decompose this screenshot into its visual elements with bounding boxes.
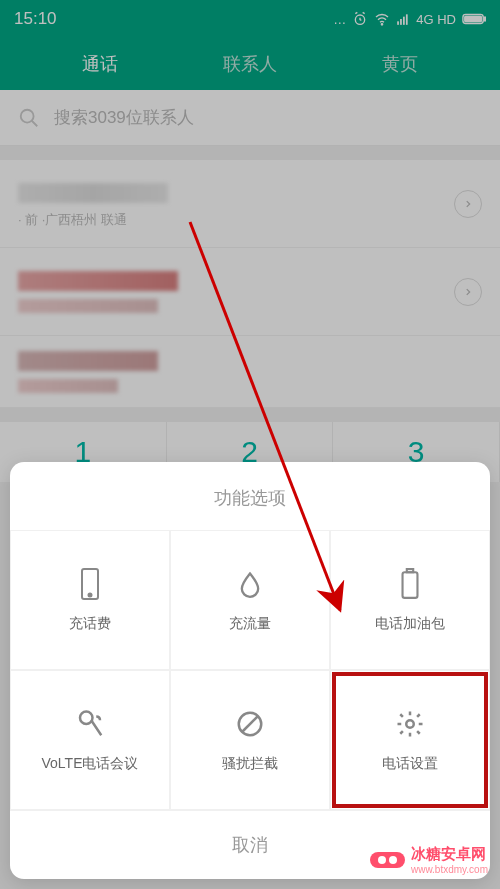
option-label: 充流量 bbox=[229, 615, 271, 633]
option-label: 电话加油包 bbox=[375, 615, 445, 633]
svg-point-11 bbox=[89, 594, 92, 597]
svg-rect-12 bbox=[403, 572, 418, 598]
svg-rect-13 bbox=[407, 569, 413, 572]
option-phone-settings[interactable]: 电话设置 bbox=[330, 670, 490, 810]
svg-point-14 bbox=[80, 712, 93, 725]
option-label: 骚扰拦截 bbox=[222, 755, 278, 773]
gear-icon bbox=[395, 709, 425, 739]
option-label: VoLTE电话会议 bbox=[42, 755, 139, 773]
option-topup-data[interactable]: 充流量 bbox=[170, 530, 330, 670]
drop-icon bbox=[236, 569, 264, 599]
option-label: 充话费 bbox=[69, 615, 111, 633]
watermark-url: www.btxdmy.com bbox=[411, 864, 488, 875]
option-block[interactable]: 骚扰拦截 bbox=[170, 670, 330, 810]
watermark: 冰糖安卓网 www.btxdmy.com bbox=[370, 845, 488, 875]
svg-point-16 bbox=[406, 720, 414, 728]
ban-icon bbox=[235, 709, 265, 739]
option-label: 电话设置 bbox=[382, 755, 438, 773]
option-topup-phone[interactable]: 充话费 bbox=[10, 530, 170, 670]
watermark-logo bbox=[370, 852, 405, 868]
mic-icon bbox=[75, 709, 105, 739]
watermark-name: 冰糖安卓网 bbox=[411, 845, 488, 864]
options-sheet: 功能选项 充话费 充流量 电话加油包 VoLTE电话会议 骚扰拦截 电话设置 取… bbox=[10, 462, 490, 879]
option-phone-pack[interactable]: 电话加油包 bbox=[330, 530, 490, 670]
phone-rect-icon bbox=[77, 567, 103, 601]
option-volte-conf[interactable]: VoLTE电话会议 bbox=[10, 670, 170, 810]
sheet-title: 功能选项 bbox=[10, 462, 490, 530]
battery-pack-icon bbox=[397, 568, 423, 600]
